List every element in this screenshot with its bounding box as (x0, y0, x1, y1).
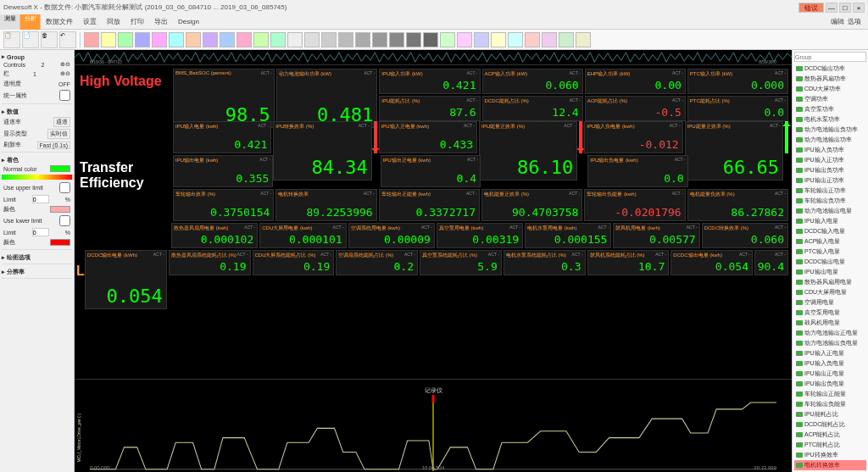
channel-item[interactable]: IPU输出负功率 (794, 165, 866, 175)
meter-cell[interactable]: 散热器风扇系统能耗占比 (%)ACT -0.19 (169, 250, 251, 275)
channel-item[interactable]: DCDC能耗占比 (794, 419, 866, 430)
channel-item[interactable]: 车轮输出负功率 (794, 196, 866, 206)
normal-color[interactable] (50, 165, 70, 172)
menu-setup[interactable]: 设置 (78, 17, 102, 26)
channel-item[interactable]: 电机水泵功率 (794, 114, 866, 125)
channel-item[interactable]: IPU输入负功率 (794, 145, 866, 155)
widget-icon[interactable] (220, 32, 235, 47)
channel-item[interactable]: IPU输出电量 (794, 267, 866, 277)
meter-cell[interactable]: 电机水泵用电量 (kwh)ACT -0.000155 (525, 223, 611, 248)
channel-item[interactable]: IPU输入电量 (794, 216, 866, 226)
menu-edit[interactable]: 编辑 (831, 17, 844, 26)
meter-cell[interactable]: CDU大屏用电量 (kwh)ACT -0.000101 (259, 223, 346, 248)
color-gradient[interactable] (2, 175, 72, 180)
channel-item[interactable]: IPU输入正电量 (794, 348, 866, 358)
widget-icon[interactable] (525, 32, 540, 47)
channel-item[interactable]: 散热器风扇用电量 (794, 277, 866, 287)
meter-cell[interactable]: IPU输入电量 (kwh)ACT -0.421 (173, 121, 271, 153)
transparency-toggle[interactable]: OFF (58, 81, 70, 87)
channel-item[interactable]: DCDC输入电量 (794, 226, 866, 236)
channel-search[interactable] (794, 52, 866, 62)
uniform-check[interactable] (59, 90, 70, 101)
display-select[interactable]: 实时值 (47, 129, 70, 139)
menu-replay[interactable]: 回放 (102, 17, 125, 26)
meter-cell[interactable]: IPU输入负电量 (kwh)ACT --0.012 (584, 121, 682, 153)
meter-cell[interactable]: DCDC输出电量 (kwh)ACT -0.054 (670, 250, 753, 275)
meter-cell[interactable]: IPU输入功率 (kW)ACT -0.421 (379, 69, 480, 94)
channel-item[interactable]: 动力电池输出负功率 (794, 125, 866, 135)
tab-analyze[interactable]: 分析 (20, 14, 41, 30)
channel-item[interactable]: 车轮输出正功率 (794, 186, 866, 196)
widget-icon[interactable] (169, 32, 184, 47)
copy-button[interactable]: 📋 (3, 31, 20, 48)
channel-item[interactable]: IPU输入正功率 (794, 155, 866, 165)
channel-item[interactable]: 空调功率 (794, 94, 866, 104)
channel-item[interactable]: 真空泵用电量 (794, 308, 866, 318)
lower-check[interactable] (59, 215, 70, 226)
meter-cell[interactable]: ACP输入功率 (kW)ACT -0.060 (482, 69, 583, 94)
channel-item[interactable]: CDU大屏用电量 (794, 287, 866, 297)
lower-input[interactable] (32, 228, 49, 236)
maximize-button[interactable]: □ (839, 3, 851, 13)
meter-cell[interactable]: 车轮输出负能量 (kwh)ACT --0.0201796 (584, 189, 685, 221)
meter-cell[interactable]: IPU能耗占比 (%)ACT -87.6 (379, 96, 480, 121)
delete-button[interactable]: 🗑 (41, 31, 58, 48)
meter-cell[interactable]: ACP能耗占比 (%)ACT --0.5 (585, 96, 686, 121)
upper-check[interactable] (59, 182, 70, 193)
channel-item[interactable]: 动力电池输出负电量 (794, 338, 866, 348)
widget-icon[interactable] (152, 32, 167, 47)
meter-cell[interactable]: 电机能量负效率 (%)ACT -86.27862 (687, 189, 788, 221)
meter-cell[interactable]: 鼓风机系统能耗占比 (%)ACT -10.7 (587, 250, 670, 275)
channel-item[interactable]: 动力电池输出电量 (794, 206, 866, 216)
meter-cell[interactable]: CDU大屏系统能耗占比 (%)ACT -0.19 (253, 250, 335, 275)
refresh-select[interactable]: Fast (0.1s) (37, 142, 70, 149)
channel-item[interactable]: 鼓风机用电量 (794, 318, 866, 328)
widget-icon[interactable] (321, 32, 337, 47)
widget-icon[interactable] (101, 32, 116, 47)
upper-input[interactable] (32, 195, 49, 203)
undo-button[interactable]: ↶ (59, 31, 76, 48)
channel-item[interactable]: 动力电池输出功率 (794, 135, 866, 145)
menu-options[interactable]: 选项 (848, 17, 861, 26)
meter-cell[interactable]: 鼓风机用电量 (kwh)ACT -0.00577 (613, 223, 699, 248)
meter-cell[interactable]: IPU输出正电量 (kwh)ACT -0.4 (381, 155, 481, 187)
channel-item[interactable]: IPU输出负电量 (794, 379, 866, 389)
meter-cell[interactable]: DCDC转换效率 (%)ACT -0.060 (702, 223, 788, 248)
meter-cell[interactable]: DCDC能耗占比 (%)ACT -12.4 (482, 96, 583, 121)
widget-icon[interactable] (253, 32, 269, 47)
widget-icon[interactable] (287, 32, 303, 47)
widget-icon[interactable] (559, 32, 574, 47)
channel-item[interactable]: 空调用电量 (794, 297, 866, 308)
widget-icon[interactable] (84, 32, 99, 47)
channel-item[interactable]: 动力电池输出正电量 (794, 328, 866, 338)
meter-cell[interactable]: PTC输入功率 (kW)ACT -0.000 (687, 69, 788, 94)
widget-icon[interactable] (118, 32, 133, 47)
meter-cell[interactable]: 电机转换效率ACT -89.2253996 (275, 189, 376, 221)
meter-cell[interactable]: 车轮输出正能量 (kwh)ACT -0.3372717 (379, 189, 480, 221)
lower-color[interactable] (50, 239, 70, 246)
widget-icon[interactable] (270, 32, 286, 47)
add-control[interactable]: ⊕⊖ (60, 61, 70, 68)
meter-cell[interactable]: 空调扇系统能耗占比 (%)ACT -0.2 (336, 250, 418, 275)
widget-icon[interactable] (135, 32, 150, 47)
widget-icon[interactable] (389, 32, 404, 47)
meter-cell[interactable]: 车轮输出效率 (%)ACT -0.3750154 (173, 189, 274, 221)
meter-cell[interactable]: 真空泵用电量 (kwh)ACT -0.00319 (437, 223, 523, 248)
channel-item[interactable]: 电机转换效率 (794, 460, 866, 470)
channel-select[interactable]: 通道 (53, 117, 70, 127)
widget-icon[interactable] (508, 32, 523, 47)
meter-cell[interactable]: 散热器风扇用电量 (kwh)ACT -0.000102 (171, 223, 258, 248)
channel-item[interactable]: DCDC输出电量 (794, 257, 866, 267)
channel-item[interactable]: IPU输入负电量 (794, 358, 866, 369)
widget-icon[interactable] (236, 32, 252, 47)
menu-print[interactable]: 打印 (125, 17, 149, 26)
meter-cell[interactable]: IPU能量正效率 (%)ACT -66.65 (685, 121, 783, 180)
menu-design[interactable]: Design (173, 18, 204, 25)
channel-item[interactable]: ACP输入电量 (794, 236, 866, 247)
close-button[interactable]: × (853, 3, 865, 13)
channel-item[interactable]: IPU能耗占比 (794, 409, 866, 419)
channel-item[interactable]: 车轮输出正能量 (794, 389, 866, 399)
meter-cell[interactable]: 动力电池输出功率 (kW)ACT -0.481 (276, 69, 378, 128)
widget-icon[interactable] (457, 32, 472, 47)
meter-cell[interactable]: DCDC输出电量 (kWh)ACT -0.054 (85, 250, 167, 309)
